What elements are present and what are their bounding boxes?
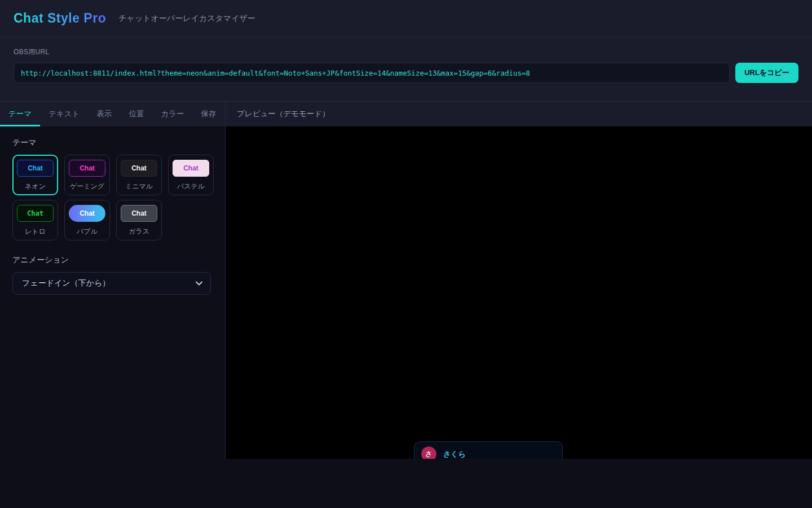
theme-card-label: ゲーミング xyxy=(70,182,104,191)
chat-message-head: さ さくら xyxy=(421,446,555,459)
theme-card-gaming[interactable]: Chat ゲーミング xyxy=(64,155,110,195)
tab-position[interactable]: 位置 xyxy=(120,102,152,126)
theme-swatch-retro: Chat xyxy=(17,205,54,222)
obs-url-input[interactable] xyxy=(14,63,730,83)
tab-display[interactable]: 表示 xyxy=(88,102,120,126)
app-header: Chat Style Pro チャットオーバーレイカスタマイザー xyxy=(0,0,812,37)
chat-username: さくら xyxy=(443,449,466,459)
theme-swatch-minimal: Chat xyxy=(121,160,157,177)
chat-message: さ さくら xyxy=(414,441,563,459)
theme-swatch-neon: Chat xyxy=(17,160,54,177)
theme-swatch-glass: Chat xyxy=(121,205,157,222)
theme-swatch-gaming: Chat xyxy=(69,160,105,177)
animation-select-value: フェードイン（下から） xyxy=(22,278,110,288)
tab-save[interactable]: 保存 xyxy=(193,102,225,126)
theme-swatch-bubble: Chat xyxy=(69,205,105,222)
theme-card-neon[interactable]: Chat ネオン xyxy=(12,155,58,195)
theme-card-glass[interactable]: Chat ガラス xyxy=(116,200,162,240)
theme-card-bubble[interactable]: Chat バブル xyxy=(64,200,110,240)
theme-card-pastel[interactable]: Chat パステル xyxy=(168,155,214,195)
theme-card-label: ミニマル xyxy=(125,182,153,191)
theme-grid: Chat ネオン Chat ゲーミング Chat ミニマル Chat パステル xyxy=(12,155,213,240)
obs-url-label: OBS用URL xyxy=(14,47,798,57)
theme-card-label: パステル xyxy=(177,182,205,191)
app-title: Chat Style Pro xyxy=(14,11,106,26)
copy-url-button[interactable]: URLをコピー xyxy=(735,63,798,83)
chevron-down-icon xyxy=(196,281,202,286)
theme-card-minimal[interactable]: Chat ミニマル xyxy=(116,155,162,195)
theme-section-label: テーマ xyxy=(12,138,213,148)
avatar: さ xyxy=(421,446,436,459)
theme-swatch-pastel: Chat xyxy=(173,160,209,177)
obs-url-section: OBS用URL URLをコピー xyxy=(0,37,812,102)
tab-color[interactable]: カラー xyxy=(152,102,192,126)
animation-select[interactable]: フェードイン（下から） xyxy=(12,272,211,295)
animation-section-label: アニメーション xyxy=(12,255,213,265)
workspace: テーマ テキスト 表示 位置 カラー 保存 テーマ Chat ネオン Chat … xyxy=(0,102,812,459)
preview-column: プレビュー（デモモード） さ さくら xyxy=(226,102,812,459)
theme-card-label: ガラス xyxy=(129,227,149,237)
settings-column: テーマ テキスト 表示 位置 カラー 保存 テーマ Chat ネオン Chat … xyxy=(0,102,226,459)
app-root: Chat Style Pro チャットオーバーレイカスタマイザー OBS用URL… xyxy=(0,0,812,459)
obs-url-row: URLをコピー xyxy=(14,63,798,83)
preview-header: プレビュー（デモモード） xyxy=(226,102,812,126)
theme-settings-panel: テーマ Chat ネオン Chat ゲーミング Chat ミニマル xyxy=(0,126,225,459)
theme-card-label: レトロ xyxy=(25,227,46,237)
settings-tab-bar: テーマ テキスト 表示 位置 カラー 保存 xyxy=(0,102,225,126)
theme-card-label: ネオン xyxy=(25,182,46,191)
app-subtitle: チャットオーバーレイカスタマイザー xyxy=(118,14,255,24)
theme-card-retro[interactable]: Chat レトロ xyxy=(12,200,58,240)
theme-card-label: バブル xyxy=(77,227,98,237)
tab-theme[interactable]: テーマ xyxy=(0,102,40,126)
preview-area: さ さくら xyxy=(226,126,812,459)
tab-text[interactable]: テキスト xyxy=(40,102,88,126)
